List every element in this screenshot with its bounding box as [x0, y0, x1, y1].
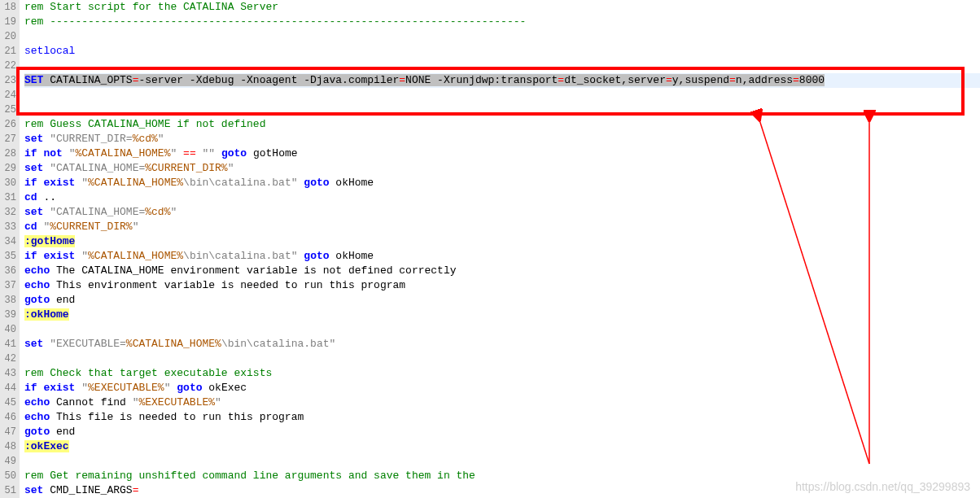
line-number: 28	[0, 146, 16, 161]
code-line[interactable]: rem Start script for the CATALINA Server	[24, 0, 980, 15]
code-line[interactable]: if exist "%CATALINA_HOME%\bin\catalina.b…	[24, 176, 980, 190]
code-token: gotHome	[247, 147, 297, 159]
code-token: set	[24, 338, 43, 350]
line-number: 29	[0, 161, 16, 176]
code-line[interactable]: rem ------------------------------------…	[24, 15, 980, 29]
code-token: %cd%	[133, 133, 158, 145]
code-token: "	[81, 382, 88, 394]
code-token: if exist	[24, 250, 75, 262]
code-line[interactable]: SET CATALINA_OPTS=-server -Xdebug -Xnoag…	[24, 73, 980, 88]
line-number: 46	[0, 410, 16, 425]
code-line[interactable]	[24, 29, 980, 44]
code-token: %CATALINA_HOME%	[75, 147, 170, 159]
code-token: goto	[304, 177, 329, 189]
code-token: echo	[24, 396, 50, 408]
code-token: "	[228, 162, 234, 174]
line-number: 30	[0, 176, 16, 190]
code-token: "	[170, 206, 177, 218]
code-token: echo	[24, 279, 50, 291]
code-token: goto	[304, 250, 329, 262]
code-token: =	[793, 74, 799, 86]
code-line[interactable]: setlocal	[24, 44, 980, 59]
code-line[interactable]: cd "%CURRENT_DIR%"	[24, 220, 980, 234]
code-line[interactable]	[24, 322, 980, 337]
code-token: :okExec	[24, 440, 69, 452]
line-number: 35	[0, 249, 16, 264]
code-line[interactable]: goto end	[24, 425, 980, 439]
code-token: This file is needed to run this program	[50, 411, 304, 423]
code-token: =	[558, 74, 564, 86]
code-line[interactable]: set "CURRENT_DIR=%cd%"	[24, 132, 980, 146]
code-token: goto	[24, 426, 50, 438]
code-token: "CATALINA_HOME=	[50, 162, 145, 174]
code-line[interactable]: echo Cannot find "%EXECUTABLE%"	[24, 395, 980, 410]
line-number: 18	[0, 0, 16, 15]
code-token: ----------------------------------------…	[50, 15, 526, 28]
code-token: :okHome	[24, 308, 69, 321]
code-line[interactable]: echo This file is needed to run this pro…	[24, 410, 980, 425]
code-line[interactable]: rem Guess CATALINA_HOME if not defined	[24, 117, 980, 132]
code-token: %CATALINA_HOME%	[88, 250, 183, 262]
line-number: 24	[0, 88, 16, 103]
code-token: %CATALINA_HOME%	[88, 177, 183, 189]
code-line[interactable]	[24, 103, 980, 117]
code-token: %EXECUTABLE%	[88, 382, 164, 394]
code-line[interactable]: if exist "%EXECUTABLE%" goto okExec	[24, 381, 980, 395]
code-line[interactable]: :okHome	[24, 308, 980, 322]
line-number: 45	[0, 395, 16, 410]
code-token: %cd%	[145, 206, 170, 218]
code-token: \bin\catalina.bat"	[183, 177, 297, 189]
code-line[interactable]: set "EXECUTABLE=%CATALINA_HOME%\bin\cata…	[24, 337, 980, 352]
code-line[interactable]: rem Check that target executable exists	[24, 366, 980, 381]
code-area[interactable]: rem Start script for the CATALINA Server…	[20, 0, 980, 498]
code-token	[215, 147, 221, 159]
code-line[interactable]: set "CATALINA_HOME=%cd%"	[24, 205, 980, 220]
line-number: 19	[0, 15, 16, 29]
code-editor: 1819202122232425262728293031323334353637…	[0, 0, 980, 498]
code-line[interactable]: echo The CATALINA_HOME environment varia…	[24, 264, 980, 278]
line-number: 48	[0, 439, 16, 454]
code-line[interactable]: goto end	[24, 293, 980, 308]
code-token: set	[24, 162, 43, 174]
line-number: 44	[0, 381, 16, 395]
line-number: 23	[0, 73, 16, 88]
line-number: 27	[0, 132, 16, 146]
code-line[interactable]: set "CATALINA_HOME=%CURRENT_DIR%"	[24, 161, 980, 176]
code-token: end	[50, 294, 75, 306]
code-token: %CURRENT_DIR%	[145, 162, 227, 174]
code-token: -server -Xdebug -Xnoagent -Djava.compile…	[138, 74, 399, 86]
line-number: 36	[0, 264, 16, 278]
code-token	[177, 147, 183, 159]
code-token: okHome	[330, 177, 374, 189]
code-line[interactable]: :gotHome	[24, 234, 980, 249]
code-line[interactable]	[24, 454, 980, 469]
code-token: rem	[24, 470, 50, 482]
line-number: 49	[0, 454, 16, 469]
code-line[interactable]: echo This environment variable is needed…	[24, 278, 980, 293]
code-token: "	[81, 250, 88, 262]
line-number: 20	[0, 29, 16, 44]
line-number: 43	[0, 366, 16, 381]
code-token	[63, 147, 69, 159]
code-token: rem	[24, 15, 50, 28]
code-line[interactable]: cd ..	[24, 190, 980, 205]
line-number: 33	[0, 220, 16, 234]
line-number: 31	[0, 190, 16, 205]
line-number: 40	[0, 322, 16, 337]
code-token: cd	[24, 221, 37, 233]
code-token: set	[24, 484, 43, 496]
code-line[interactable]: :okExec	[24, 439, 980, 454]
code-token: okExec	[203, 382, 247, 394]
line-number: 32	[0, 205, 16, 220]
code-line[interactable]: if not "%CATALINA_HOME%" == "" goto gotH…	[24, 146, 980, 161]
code-line[interactable]	[24, 59, 980, 73]
code-token: %CATALINA_HOME%	[126, 338, 221, 350]
line-number: 22	[0, 59, 16, 73]
code-token: okHome	[330, 250, 374, 262]
line-number: 50	[0, 469, 16, 483]
code-line[interactable]	[24, 88, 980, 103]
line-number: 39	[0, 308, 16, 322]
code-token: =	[729, 74, 736, 86]
code-line[interactable]: if exist "%CATALINA_HOME%\bin\catalina.b…	[24, 249, 980, 264]
code-line[interactable]	[24, 352, 980, 366]
